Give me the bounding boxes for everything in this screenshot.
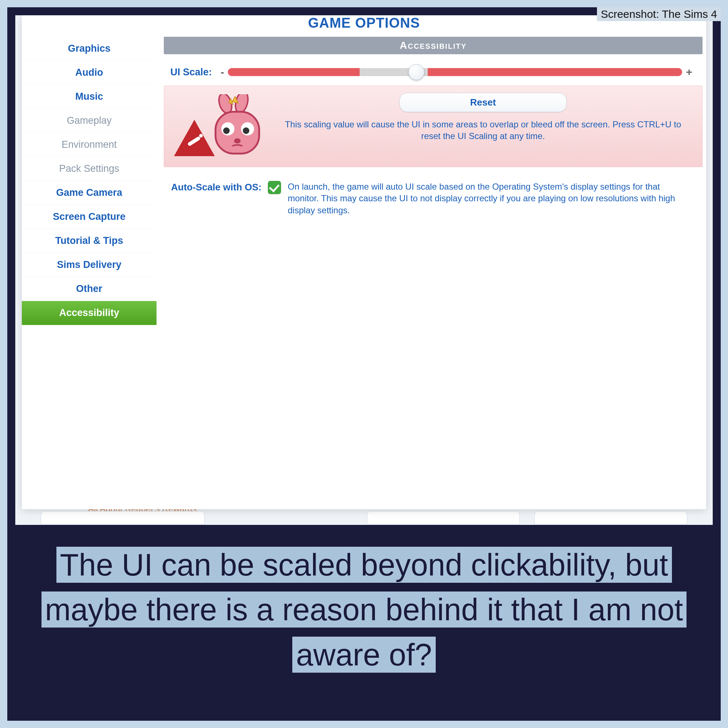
sidebar-item-accessibility[interactable]: Accessibility (22, 301, 156, 325)
dialog-bottom-buttons (15, 511, 713, 525)
dark-frame: Screenshot: The Sims 4 All About Reaper'… (7, 7, 721, 721)
caption-text: The UI can be scaled beyond clickability… (41, 547, 687, 673)
source-label: Screenshot: The Sims 4 (597, 7, 721, 21)
svg-point-4 (223, 127, 230, 134)
auto-scale-checkbox[interactable] (268, 181, 281, 194)
sidebar-item-music[interactable]: Music (22, 85, 156, 109)
svg-point-7 (234, 138, 241, 144)
dialog-button-mid[interactable] (367, 511, 520, 525)
warning-graphic (173, 93, 263, 158)
sidebar-item-screen-capture[interactable]: Screen Capture (22, 205, 156, 229)
slider-minus-icon[interactable]: - (217, 66, 228, 78)
dialog-button-right[interactable] (534, 511, 687, 525)
ui-scale-label: UI Scale: (170, 67, 212, 78)
caption-area: The UI can be scaled beyond clickability… (15, 542, 713, 677)
sidebar-item-graphics[interactable]: Graphics (22, 37, 156, 61)
auto-scale-label: Auto-Scale with OS: (171, 181, 262, 216)
slider-thumb[interactable] (408, 64, 424, 80)
svg-point-9 (199, 134, 203, 138)
svg-point-6 (243, 127, 249, 134)
options-sidebar: Graphics Audio Music Gameplay Environmen… (22, 32, 156, 509)
options-content: Accessibility UI Scale: - + (156, 32, 706, 509)
warning-message: This scaling value will cause the UI in … (272, 119, 694, 142)
auto-scale-description: On launch, the game will auto UI scale b… (288, 181, 695, 216)
reset-button[interactable]: Reset (399, 93, 567, 112)
dialog-button-left[interactable] (41, 511, 205, 525)
sidebar-item-audio[interactable]: Audio (22, 61, 156, 85)
sidebar-item-other[interactable]: Other (22, 277, 156, 301)
ui-scale-row: UI Scale: - + (164, 66, 702, 78)
auto-scale-row: Auto-Scale with OS: On launch, the game … (164, 181, 702, 216)
game-options-window: GAME OPTIONS Graphics Audio Music Gamepl… (22, 15, 706, 509)
sidebar-item-sims-delivery[interactable]: Sims Delivery (22, 253, 156, 277)
ui-scale-slider[interactable] (228, 68, 682, 76)
sidebar-item-game-camera[interactable]: Game Camera (22, 181, 156, 205)
warning-triangle-icon (173, 118, 216, 158)
sidebar-item-pack-settings[interactable]: Pack Settings (22, 157, 156, 181)
screenshot-region: All About Reaper's Rewards GAME OPTIONS … (15, 15, 713, 525)
ui-scale-warning-panel: Reset This scaling value will cause the … (164, 86, 702, 167)
section-header: Accessibility (164, 37, 702, 54)
sidebar-item-gameplay[interactable]: Gameplay (22, 109, 156, 133)
sidebar-item-environment[interactable]: Environment (22, 133, 156, 157)
sidebar-item-tutorial-tips[interactable]: Tutorial & Tips (22, 229, 156, 253)
slider-plus-icon[interactable]: + (682, 66, 696, 78)
